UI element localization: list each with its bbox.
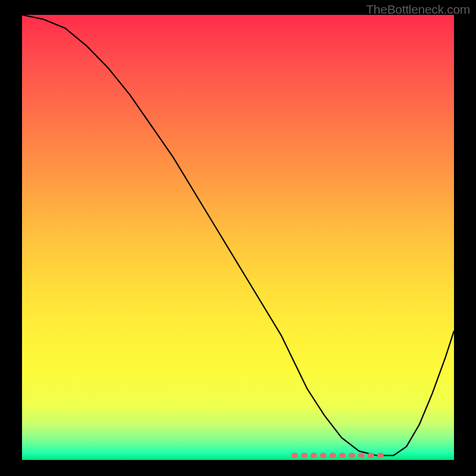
watermark-text: TheBottleneck.com [366,2,470,17]
bottleneck-curve-line [22,15,454,456]
chart-plot-area [22,15,454,460]
chart-svg [22,15,454,460]
